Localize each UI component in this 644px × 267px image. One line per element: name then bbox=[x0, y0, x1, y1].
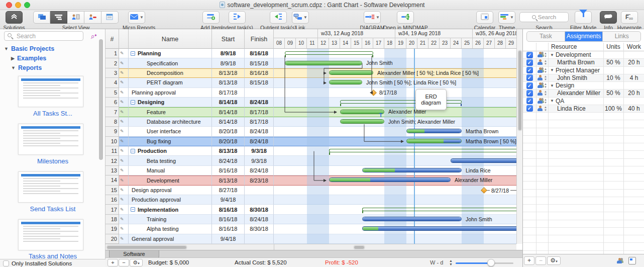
table-row[interactable]: 9✎User interface8/20/188/24/18 bbox=[105, 127, 274, 136]
table-row[interactable]: 8✎Database architecture8/14/188/17/18 bbox=[105, 117, 274, 127]
summary-bar[interactable] bbox=[329, 149, 516, 152]
task-edit-icon[interactable]: ✎ bbox=[120, 90, 124, 95]
report-thumbnail-caption[interactable]: Milestones bbox=[0, 157, 105, 165]
remove-assignment-button[interactable]: − bbox=[535, 256, 546, 265]
task-edit-icon[interactable]: ✎ bbox=[120, 226, 124, 231]
task-bar[interactable] bbox=[362, 168, 462, 172]
task-bar[interactable] bbox=[340, 110, 384, 114]
calendar-button[interactable] bbox=[476, 11, 493, 24]
task-bar[interactable] bbox=[329, 70, 373, 75]
assignment-row[interactable]: ✓▲▼▼Design bbox=[523, 82, 644, 90]
table-row[interactable]: 13✎Manual8/16/188/24/18 bbox=[105, 166, 274, 175]
assignment-checkbox[interactable]: ✓ bbox=[526, 82, 533, 89]
mindmap-button[interactable] bbox=[397, 11, 414, 24]
micro-reports-button[interactable]: ▼ bbox=[128, 11, 145, 24]
diagram-button[interactable]: ▼ bbox=[364, 11, 381, 24]
sidebar-scrollbar-thumb[interactable] bbox=[99, 39, 103, 160]
assignment-checkbox[interactable]: ✓ bbox=[526, 98, 533, 104]
table-row[interactable]: 1✎−Planning8/9/188/16/18 bbox=[105, 49, 274, 58]
triangle-down-icon[interactable]: ▼ bbox=[11, 65, 16, 70]
sort-arrows-icon[interactable]: ▲▼ bbox=[544, 106, 547, 112]
collapse-icon[interactable]: − bbox=[131, 149, 135, 153]
task-bar[interactable] bbox=[406, 139, 462, 143]
link-button[interactable]: ▼ bbox=[292, 11, 309, 24]
toolbar-search-input[interactable]: Search bbox=[519, 12, 569, 22]
table-settings-button[interactable]: ⚙▾ bbox=[130, 259, 143, 266]
assignment-checkbox[interactable]: ✓ bbox=[526, 67, 533, 73]
select-view-button[interactable] bbox=[33, 11, 50, 24]
assignment-checkbox[interactable]: ✓ bbox=[526, 52, 533, 58]
task-edit-icon[interactable]: ✎ bbox=[120, 188, 124, 193]
task-edit-icon[interactable]: ✎ bbox=[120, 119, 124, 124]
filter-mode-button[interactable] bbox=[575, 11, 592, 24]
triangle-down-icon[interactable]: ▼ bbox=[550, 68, 554, 72]
task-bar[interactable] bbox=[285, 61, 362, 65]
select-view-button[interactable] bbox=[101, 11, 119, 24]
collapse-icon[interactable]: − bbox=[131, 51, 135, 56]
sidebar-item-reports[interactable]: ▼Reports bbox=[0, 63, 95, 72]
task-edit-icon[interactable]: ✎ bbox=[120, 139, 124, 144]
report-thumbnail[interactable] bbox=[18, 219, 83, 250]
sidebar-search-input[interactable]: Search bbox=[4, 31, 83, 41]
solutions-button[interactable] bbox=[6, 11, 23, 24]
table-row[interactable]: 6✎−Designing8/14/188/24/18 bbox=[105, 98, 274, 107]
sort-arrows-icon[interactable]: ▲▼ bbox=[544, 90, 547, 96]
sidebar-item-examples[interactable]: ▶Examples bbox=[0, 54, 95, 63]
assignment-row[interactable]: ✓▲▼Martha Brown50 %20 h bbox=[523, 59, 644, 66]
report-thumbnail-caption[interactable]: Send Tasks List bbox=[0, 205, 105, 213]
task-edit-icon[interactable]: ✎ bbox=[120, 100, 124, 105]
task-edit-icon[interactable]: ✎ bbox=[120, 217, 124, 222]
triangle-down-icon[interactable]: ▼ bbox=[550, 53, 554, 57]
resources-icon[interactable] bbox=[616, 258, 622, 264]
assignment-row[interactable]: ✓▲▼▼Project Manager bbox=[523, 67, 644, 74]
only-installed-checkbox[interactable] bbox=[3, 260, 9, 266]
select-view-button[interactable] bbox=[84, 11, 101, 24]
task-edit-icon[interactable]: ✎ bbox=[120, 197, 124, 202]
table-row[interactable]: 15✎Design approval8/27/18 bbox=[105, 186, 274, 195]
table-row[interactable]: 10✎Bug fixing8/20/188/24/18 bbox=[105, 137, 274, 146]
collapse-icon[interactable]: − bbox=[131, 100, 135, 105]
task-edit-icon[interactable]: ✎ bbox=[120, 178, 124, 183]
task-edit-icon[interactable]: ✎ bbox=[120, 168, 124, 173]
task-edit-icon[interactable]: ✎ bbox=[120, 148, 124, 153]
timescale-stepper[interactable]: ▲▼ bbox=[449, 259, 453, 266]
info-button[interactable] bbox=[600, 11, 617, 24]
remove-task-button[interactable]: − bbox=[119, 259, 129, 266]
task-bar[interactable] bbox=[362, 226, 516, 231]
task-edit-icon[interactable]: ✎ bbox=[120, 80, 124, 85]
assignment-checkbox[interactable]: ✓ bbox=[526, 105, 533, 112]
summary-bar[interactable] bbox=[362, 208, 516, 211]
sidebar-item-basic-projects[interactable]: ▼Basic Projects bbox=[0, 44, 95, 53]
table-row[interactable]: 18✎Training8/16/188/24/18 bbox=[105, 215, 274, 224]
task-edit-icon[interactable]: ✎ bbox=[120, 129, 124, 134]
table-row[interactable]: 5✎Planning approval8/17/18 bbox=[105, 88, 274, 98]
table-row[interactable]: 12✎Beta testing8/24/189/3/18 bbox=[105, 156, 274, 165]
task-edit-icon[interactable]: ✎ bbox=[120, 207, 124, 212]
sort-arrows-icon[interactable]: ▲▼ bbox=[544, 59, 547, 65]
table-hscroll-thumb[interactable] bbox=[106, 245, 187, 249]
assignment-checkbox[interactable]: ✓ bbox=[526, 59, 533, 66]
sort-arrows-icon[interactable]: ▲▼ bbox=[544, 52, 547, 58]
assignment-row[interactable]: ✓▲▼John Smith10 %4 h bbox=[523, 74, 644, 82]
select-view-button[interactable] bbox=[50, 11, 67, 24]
assignment-row[interactable]: ✓▲▼▼Development bbox=[523, 51, 644, 59]
summary-bar[interactable] bbox=[285, 51, 373, 55]
task-bar[interactable] bbox=[451, 158, 516, 163]
assignment-row[interactable]: ✓▲▼▼QA bbox=[523, 98, 644, 105]
sort-arrows-icon[interactable]: ▲▼ bbox=[544, 98, 547, 104]
table-row[interactable]: 7✎Feature8/14/188/17/18 bbox=[105, 107, 274, 117]
task-edit-icon[interactable]: ✎ bbox=[120, 110, 124, 115]
triangle-right-icon[interactable]: ▶ bbox=[11, 56, 15, 61]
table-row[interactable]: 11✎−Production8/13/189/3/18 bbox=[105, 146, 274, 156]
theme-button[interactable]: ▼ bbox=[498, 11, 515, 24]
triangle-down-icon[interactable]: ▼ bbox=[550, 99, 554, 103]
assignment-checkbox[interactable]: ✓ bbox=[526, 74, 533, 81]
hypernote-button[interactable]: Foo bbox=[621, 11, 638, 24]
task-edit-icon[interactable]: ✎ bbox=[120, 236, 124, 241]
table-row[interactable]: 19✎Alpha testing8/16/188/30/18 bbox=[105, 224, 274, 234]
task-bar[interactable] bbox=[406, 129, 462, 133]
indent-button[interactable] bbox=[229, 11, 246, 24]
assignment-settings-button[interactable]: ⚙▾ bbox=[547, 256, 561, 265]
solution-finder-icon[interactable]: ⌕✦ bbox=[87, 31, 98, 41]
task-bar[interactable] bbox=[340, 119, 384, 124]
